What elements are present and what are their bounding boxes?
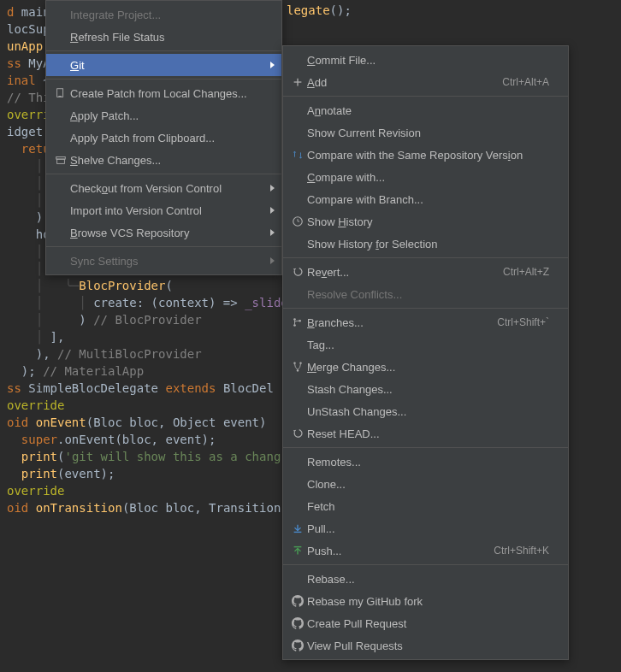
plus-icon bbox=[288, 76, 307, 88]
menu-shortcut: Ctrl+Alt+A bbox=[502, 76, 549, 88]
menu-item-label: Show History bbox=[307, 215, 549, 228]
menu-item[interactable]: Git bbox=[46, 54, 281, 76]
menu-item-label: Apply Patch from Clipboard... bbox=[70, 132, 263, 144]
menu-item-label: Rebase my GitHub fork bbox=[307, 595, 549, 608]
menu-separator bbox=[283, 308, 568, 309]
menu-item-label: View Pull Requests bbox=[307, 640, 549, 652]
menu-item-label: Pull... bbox=[307, 522, 549, 535]
menu-item[interactable]: Create Patch from Local Changes... bbox=[46, 82, 281, 104]
menu-item[interactable]: Checkout from Version Control bbox=[46, 177, 281, 199]
vcs-context-menu: Integrate Project...Refresh File StatusG… bbox=[45, 0, 282, 275]
menu-item-label: Fetch bbox=[307, 500, 549, 513]
menu-item-label: Annotate bbox=[307, 104, 549, 117]
menu-item[interactable]: Commit File... bbox=[283, 49, 568, 71]
menu-item[interactable]: Compare with... bbox=[283, 166, 568, 188]
menu-item: Resolve Conflicts... bbox=[283, 283, 568, 305]
svg-point-15 bbox=[299, 362, 301, 363]
menu-separator bbox=[46, 79, 281, 80]
patch-icon bbox=[51, 87, 70, 99]
push-icon bbox=[288, 545, 307, 557]
menu-item-label: Show Current Revision bbox=[307, 127, 549, 139]
submenu-arrow-icon bbox=[270, 257, 275, 264]
menu-shortcut: Ctrl+Alt+Z bbox=[503, 266, 549, 278]
menu-item-label: Merge Changes... bbox=[307, 361, 549, 374]
menu-separator bbox=[46, 246, 281, 247]
menu-item[interactable]: Import into Version Control bbox=[46, 199, 281, 221]
menu-item[interactable]: Show History bbox=[283, 210, 568, 233]
menu-separator bbox=[283, 96, 568, 97]
menu-item-label: Integrate Project... bbox=[70, 9, 263, 21]
menu-item[interactable]: Shelve Changes... bbox=[46, 149, 281, 171]
merge-icon bbox=[288, 361, 307, 373]
menu-shortcut: Ctrl+Shift+K bbox=[494, 545, 549, 557]
menu-item[interactable]: Tag... bbox=[283, 333, 568, 356]
menu-item-label: Push... bbox=[307, 545, 494, 557]
menu-item[interactable]: Browse VCS Repository bbox=[46, 221, 281, 244]
menu-item: Integrate Project... bbox=[46, 3, 281, 26]
menu-item-label: Reset HEAD... bbox=[307, 427, 549, 440]
revert-icon bbox=[288, 427, 307, 439]
menu-item[interactable]: Remotes... bbox=[283, 451, 568, 473]
menu-item-label: Commit File... bbox=[307, 54, 549, 67]
menu-item[interactable]: Merge Changes... bbox=[283, 356, 568, 378]
menu-item[interactable]: Apply Patch from Clipboard... bbox=[46, 127, 281, 149]
menu-item[interactable]: Create Pull Request bbox=[283, 612, 568, 634]
compare-icon bbox=[288, 149, 307, 161]
menu-item[interactable]: Stash Changes... bbox=[283, 378, 568, 400]
submenu-arrow-icon bbox=[270, 207, 275, 214]
menu-item[interactable]: Rebase my GitHub fork bbox=[283, 590, 568, 612]
svg-point-14 bbox=[293, 362, 295, 363]
github-icon bbox=[288, 640, 307, 651]
menu-item-label: Clone... bbox=[307, 478, 549, 491]
menu-item[interactable]: Pull... bbox=[283, 517, 568, 539]
menu-item[interactable]: Refresh File Status bbox=[46, 26, 281, 48]
menu-item-label: Shelve Changes... bbox=[70, 154, 263, 167]
menu-item-label: Show History for Selection bbox=[307, 238, 549, 251]
shelve-icon bbox=[51, 154, 70, 166]
menu-item[interactable]: View Pull Requests bbox=[283, 634, 568, 657]
menu-item-label: Checkout from Version Control bbox=[70, 182, 263, 195]
menu-item[interactable]: Apply Patch... bbox=[46, 104, 281, 127]
submenu-arrow-icon bbox=[270, 62, 275, 68]
revert-icon bbox=[288, 266, 307, 278]
menu-item-label: Browse VCS Repository bbox=[70, 227, 263, 239]
menu-item[interactable]: Rebase... bbox=[283, 568, 568, 590]
svg-rect-3 bbox=[57, 159, 65, 163]
branch-icon bbox=[288, 316, 307, 328]
menu-item-label: Tag... bbox=[307, 339, 549, 351]
menu-item[interactable]: Compare with Branch... bbox=[283, 188, 568, 210]
menu-item[interactable]: Annotate bbox=[283, 99, 568, 121]
menu-item-label: UnStash Changes... bbox=[307, 405, 549, 418]
menu-item[interactable]: UnStash Changes... bbox=[283, 400, 568, 422]
menu-item: Sync Settings bbox=[46, 250, 281, 272]
menu-item-label: Remotes... bbox=[307, 456, 549, 469]
menu-item-label: Compare with... bbox=[307, 171, 549, 184]
menu-item-label: Branches... bbox=[307, 316, 497, 329]
menu-item[interactable]: Branches...Ctrl+Shift+` bbox=[283, 311, 568, 333]
menu-item[interactable]: AddCtrl+Alt+A bbox=[283, 71, 568, 93]
submenu-arrow-icon bbox=[270, 229, 275, 236]
menu-item-label: Add bbox=[307, 76, 502, 89]
svg-rect-0 bbox=[57, 89, 63, 97]
github-icon bbox=[288, 617, 307, 629]
menu-separator bbox=[283, 564, 568, 565]
menu-item[interactable]: Fetch bbox=[283, 495, 568, 517]
menu-item-label: Git bbox=[70, 59, 263, 72]
menu-item[interactable]: Clone... bbox=[283, 473, 568, 495]
pull-icon bbox=[288, 522, 307, 534]
menu-separator bbox=[46, 50, 281, 51]
menu-item[interactable]: Reset HEAD... bbox=[283, 422, 568, 445]
menu-item[interactable]: Show Current Revision bbox=[283, 121, 568, 144]
menu-item[interactable]: Compare with the Same Repository Version bbox=[283, 144, 568, 166]
menu-separator bbox=[46, 174, 281, 174]
clock-icon bbox=[288, 215, 307, 227]
menu-item[interactable]: Show History for Selection bbox=[283, 233, 568, 255]
menu-item-label: Compare with the Same Repository Version bbox=[307, 149, 549, 162]
menu-item-label: Create Patch from Local Changes... bbox=[70, 87, 263, 100]
menu-item-label: Apply Patch... bbox=[70, 109, 263, 122]
menu-item[interactable]: Revert...Ctrl+Alt+Z bbox=[283, 261, 568, 283]
menu-item-label: Create Pull Request bbox=[307, 617, 549, 630]
svg-point-16 bbox=[297, 369, 299, 371]
github-icon bbox=[288, 595, 307, 607]
menu-item[interactable]: Push...Ctrl+Shift+K bbox=[283, 539, 568, 562]
